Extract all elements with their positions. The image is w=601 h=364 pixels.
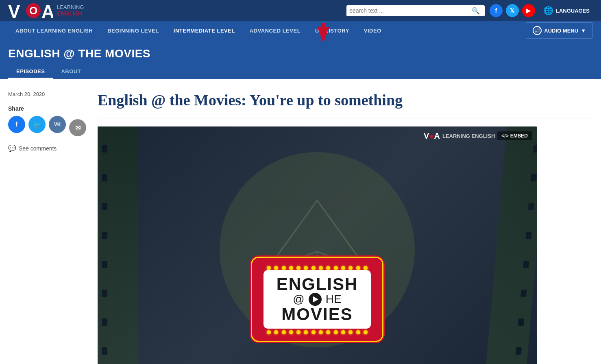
share-facebook-button[interactable]: f xyxy=(8,116,25,133)
nav-video[interactable]: VIDEO xyxy=(357,21,389,40)
bulb xyxy=(364,330,368,334)
embed-icon: </> xyxy=(501,133,508,139)
see-comments[interactable]: 💬 See comments xyxy=(8,144,89,152)
movie-sign-at-line: @ HE xyxy=(272,293,363,306)
social-icons: f 𝕏 ▶ xyxy=(490,4,535,17)
voa-red-o: ● xyxy=(429,131,434,140)
section-tabs: EPISODES ABOUT xyxy=(8,65,593,79)
svg-text:O: O xyxy=(29,4,37,17)
learning-english-branding: LEARNING ENGLISH xyxy=(57,4,84,17)
languages-button[interactable]: 🌐 LANGUAGES xyxy=(540,4,593,17)
article-divider xyxy=(98,118,593,118)
learning-label: LEARNING xyxy=(57,4,84,11)
share-buttons: f 🐦 VK ✉ xyxy=(8,116,89,136)
film-hole xyxy=(102,232,107,239)
film-hole xyxy=(102,261,107,268)
embed-button[interactable]: </> EMBED xyxy=(497,131,532,140)
movie-sign-inner: ENGLISH @ HE MOVIES xyxy=(263,270,371,329)
top-right-controls: 🔍 f 𝕏 ▶ 🌐 LANGUAGES xyxy=(346,4,593,17)
play-button[interactable] xyxy=(309,293,322,306)
audio-menu-label: AUDIO MENU xyxy=(544,28,578,34)
bulb xyxy=(341,266,345,270)
audio-menu-chevron: ▼ xyxy=(581,28,586,34)
film-hole xyxy=(523,261,529,268)
nav-links: ABOUT LEARNING ENGLISH BEGINNING LEVEL I… xyxy=(8,21,389,40)
share-email-button[interactable]: ✉ xyxy=(69,119,86,136)
article-date: March 20, 2020 xyxy=(8,91,89,97)
bulb xyxy=(334,330,338,334)
film-hole xyxy=(102,290,107,297)
bulb xyxy=(319,266,323,270)
tab-episodes[interactable]: EPISODES xyxy=(8,65,53,79)
movie-sign-title-line3: MOVIES xyxy=(272,306,363,323)
svg-marker-4 xyxy=(317,27,329,43)
comment-icon: 💬 xyxy=(8,144,16,152)
nav-beginning[interactable]: BEGINNING LEVEL xyxy=(100,21,166,40)
bulb-row-top xyxy=(263,266,371,270)
film-hole xyxy=(531,174,537,181)
movie-sign-he-text: HE xyxy=(326,293,342,306)
nav-bar: ABOUT LEARNING ENGLISH BEGINNING LEVEL I… xyxy=(0,21,601,40)
globe-icon: 🌐 xyxy=(543,6,553,15)
film-hole xyxy=(525,232,532,239)
bulb xyxy=(274,266,278,270)
voa-logo-text: V●A xyxy=(424,131,440,141)
film-hole xyxy=(520,290,527,297)
bulb xyxy=(326,330,330,334)
facebook-icon[interactable]: f xyxy=(490,4,503,17)
video-player[interactable]: V●A LEARNING ENGLISH </> EMBED xyxy=(98,126,537,364)
share-vk-button[interactable]: VK xyxy=(49,116,66,133)
sidebar: March 20, 2020 Share f 🐦 VK ✉ 💬 See comm… xyxy=(8,91,89,364)
bulb-row-bottom xyxy=(263,330,371,334)
nav-us-history[interactable]: US HISTORY xyxy=(308,21,357,40)
film-hole xyxy=(102,174,107,181)
section-header: ENGLISH @ THE MOVIES EPISODES ABOUT xyxy=(0,40,601,79)
tab-about[interactable]: ABOUT xyxy=(53,65,89,79)
voa-svg-logo: V O A xyxy=(8,1,53,20)
bulb xyxy=(289,266,293,270)
nav-advanced[interactable]: ADVANCED LEVEL xyxy=(242,21,308,40)
search-input[interactable] xyxy=(350,7,472,14)
nav-about[interactable]: ABOUT LEARNING ENGLISH xyxy=(8,21,100,40)
bulb xyxy=(364,266,368,270)
see-comments-label: See comments xyxy=(19,145,57,152)
article-main: English @ the Movies: You're up to somet… xyxy=(98,91,593,364)
movie-sign-title-line1: ENGLISH xyxy=(272,276,363,293)
red-arrow-indicator xyxy=(317,23,329,45)
movie-sign-at-symbol: @ xyxy=(293,293,304,306)
film-hole xyxy=(102,145,107,153)
svg-text:V: V xyxy=(8,2,20,20)
speaker-icon: 🔊 xyxy=(533,26,542,35)
bulb xyxy=(311,266,316,270)
bulb xyxy=(348,330,353,334)
bulb xyxy=(304,266,308,270)
twitter-icon[interactable]: 𝕏 xyxy=(506,4,519,17)
bulb xyxy=(282,330,286,334)
bulb xyxy=(296,330,300,334)
film-holes-left xyxy=(102,126,110,364)
bulb xyxy=(319,330,323,334)
audio-menu-button[interactable]: 🔊 AUDIO MENU ▼ xyxy=(526,22,593,39)
top-bar: V O A LEARNING ENGLISH 🔍 f 𝕏 ▶ 🌐 LANGUAG… xyxy=(0,0,601,21)
logo-area: V O A LEARNING ENGLISH xyxy=(8,1,84,20)
search-box[interactable]: 🔍 xyxy=(346,5,485,16)
voa-logo[interactable]: V O A xyxy=(8,1,53,20)
voa-watermark: V●A LEARNING ENGLISH </> EMBED xyxy=(424,131,532,141)
bulb xyxy=(356,266,360,270)
share-twitter-button[interactable]: 🐦 xyxy=(28,116,46,133)
bulb xyxy=(267,330,271,334)
youtube-icon[interactable]: ▶ xyxy=(522,4,535,17)
section-title: ENGLISH @ THE MOVIES xyxy=(8,47,593,60)
film-strip-left xyxy=(98,126,138,364)
learning-english-watermark: LEARNING ENGLISH xyxy=(442,133,495,139)
search-button[interactable]: 🔍 xyxy=(472,7,480,15)
bulb xyxy=(296,266,300,270)
bulb xyxy=(289,330,293,334)
nav-intermediate[interactable]: INTERMEDIATE LEVEL xyxy=(166,21,242,40)
film-hole xyxy=(102,347,107,355)
bulb xyxy=(356,330,360,334)
film-hole xyxy=(518,318,525,326)
bulb xyxy=(267,266,271,270)
languages-label: LANGUAGES xyxy=(556,8,590,14)
main-content: March 20, 2020 Share f 🐦 VK ✉ 💬 See comm… xyxy=(0,79,601,364)
